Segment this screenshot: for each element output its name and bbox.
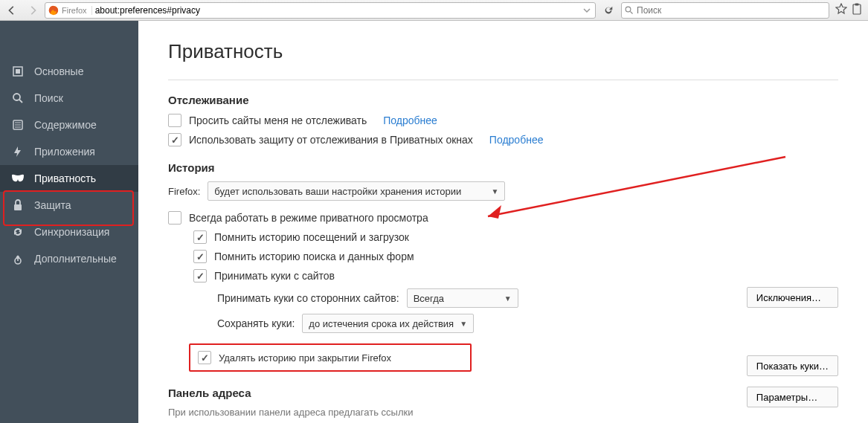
sidebar-item-label: Поиск [34, 92, 63, 104]
tracking-protection-label: Использовать защиту от отслеживания в Пр… [189, 134, 473, 146]
svg-line-2 [631, 11, 633, 13]
tracking-protection-checkbox[interactable] [168, 133, 181, 146]
always-private-checkbox[interactable] [168, 211, 181, 225]
history-mode-select[interactable]: будет использовать ваши настройки хранен… [208, 181, 505, 201]
annotation-highlight: Удалять историю при закрытии Firefox [189, 343, 472, 372]
sidebar-item-label: Синхронизация [34, 226, 109, 238]
svg-rect-6 [16, 69, 20, 74]
dnt-label: Просить сайты меня не отслеживать [189, 114, 367, 126]
page-title: Приватность [168, 40, 838, 63]
svg-rect-4 [855, 4, 859, 6]
general-icon [10, 65, 25, 77]
dropmarker-icon[interactable] [582, 5, 592, 16]
sidebar-item-sync[interactable]: Синхронизация [0, 219, 138, 245]
content-icon [10, 119, 25, 131]
sidebar-item-privacy[interactable]: Приватность [0, 165, 138, 192]
preferences-content: Приватность Отслеживание Просить сайты м… [138, 21, 868, 423]
back-button[interactable] [3, 2, 21, 19]
history-heading: История [168, 161, 838, 174]
sidebar-item-content[interactable]: Содержимое [0, 112, 138, 138]
search-icon [625, 6, 634, 15]
search-input[interactable] [637, 5, 826, 16]
url-bar[interactable]: Firefox [45, 2, 596, 19]
dnt-checkbox[interactable] [168, 114, 181, 127]
exceptions-button[interactable]: Исключения… [747, 287, 838, 308]
sidebar-item-applications[interactable]: Приложения [0, 138, 138, 165]
tracking-heading: Отслеживание [168, 94, 838, 106]
clear-on-close-checkbox[interactable] [198, 351, 211, 364]
sync-icon [10, 226, 25, 238]
reload-button[interactable] [599, 2, 618, 19]
remember-browsing-label: Помнить историю посещений и загрузок [214, 231, 409, 243]
dnt-learn-more-link[interactable]: Подробнее [383, 114, 437, 126]
sidebar-item-label: Приватность [34, 172, 96, 184]
remember-search-label: Помнить историю поиска и данных форм [214, 251, 414, 262]
chevron-down-icon: ▼ [504, 294, 512, 303]
sidebar-item-label: Основные [34, 65, 83, 77]
third-party-value: Всегда [414, 293, 444, 304]
accept-cookies-label: Принимать куки с сайтов [214, 270, 335, 282]
third-party-select[interactable]: Всегда ▼ [407, 288, 518, 308]
identity-label: Firefox [62, 6, 92, 15]
search-icon [10, 92, 25, 104]
chevron-down-icon: ▼ [491, 187, 498, 196]
keep-until-select[interactable]: до истечения срока их действия ▼ [302, 314, 474, 333]
clear-on-close-label: Удалять историю при закрытии Firefox [219, 352, 391, 364]
third-party-label: Принимать куки со сторонних сайтов: [217, 292, 399, 304]
svg-rect-13 [14, 204, 22, 210]
addressbar-sub: При использовании панели адреса предлага… [168, 407, 838, 418]
bookmark-star-icon[interactable] [835, 3, 847, 17]
divider [168, 80, 838, 80]
advanced-icon [10, 253, 25, 265]
sidebar-item-security[interactable]: Защита [0, 192, 138, 219]
keep-until-label: Сохранять куки: [217, 317, 295, 329]
svg-rect-3 [853, 4, 861, 14]
sidebar-item-label: Приложения [34, 146, 95, 158]
svg-point-1 [626, 7, 631, 12]
sidebar-item-label: Защита [34, 199, 71, 211]
firefox-icon [48, 5, 59, 16]
addressbar-heading: Панель адреса [168, 387, 838, 399]
preferences-sidebar: Основные Поиск Содержимое Приложения При… [0, 21, 138, 423]
forward-button[interactable] [24, 2, 42, 19]
lock-icon [10, 199, 25, 211]
keep-until-value: до истечения срока их действия [309, 318, 454, 329]
search-bar[interactable] [621, 2, 829, 19]
always-private-label: Всегда работать в режиме приватного прос… [189, 212, 428, 224]
remember-browsing-checkbox[interactable] [193, 230, 207, 244]
applications-icon [10, 146, 25, 158]
svg-point-7 [13, 94, 20, 100]
sidebar-item-label: Дополнительные [34, 253, 117, 265]
sidebar-item-advanced[interactable]: Дополнительные [0, 245, 138, 272]
chevron-down-icon: ▼ [460, 320, 467, 328]
sidebar-item-search[interactable]: Поиск [0, 85, 138, 112]
privacy-mask-icon [10, 174, 25, 183]
accept-cookies-checkbox[interactable] [193, 269, 207, 282]
show-cookies-button[interactable]: Показать куки… [747, 355, 838, 376]
cookie-buttons-column: Исключения… Показать куки… Параметры… [747, 287, 838, 407]
history-mode-value: будет использовать ваши настройки хранен… [214, 186, 461, 197]
clipboard-icon[interactable] [852, 3, 862, 17]
browser-toolbar: Firefox [0, 0, 868, 21]
sidebar-item-label: Содержимое [34, 119, 97, 131]
history-mode-prefix: Firefox: [168, 186, 200, 197]
clear-settings-button[interactable]: Параметры… [747, 387, 838, 407]
sidebar-item-general[interactable]: Основные [0, 58, 138, 85]
svg-line-8 [19, 100, 22, 103]
tracking-protection-learn-more-link[interactable]: Подробнее [489, 134, 544, 146]
remember-search-checkbox[interactable] [193, 250, 207, 263]
url-input[interactable] [95, 5, 579, 16]
